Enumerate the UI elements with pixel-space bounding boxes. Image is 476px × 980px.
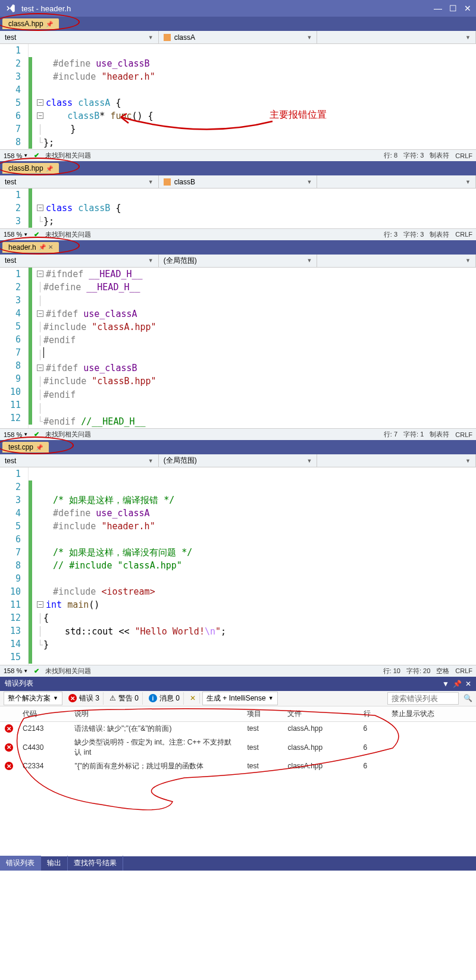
editor-header[interactable]: 123456789101112 −#ifndef __HEAD_H__ │#de… bbox=[0, 268, 476, 429]
member-combo[interactable]: ▼ bbox=[317, 31, 476, 43]
col-code[interactable]: 代码 bbox=[18, 706, 70, 722]
title-bar: test - header.h — ☐ ✕ bbox=[0, 0, 476, 17]
col-project[interactable]: 项目 bbox=[242, 706, 283, 722]
dropdown-icon[interactable]: ▼ bbox=[442, 680, 449, 688]
clear-filter[interactable]: ✕ bbox=[186, 693, 200, 703]
table-row[interactable]: ✕ C2334 "{"的前面有意外标记；跳过明显的函数体 test classA… bbox=[0, 759, 476, 773]
fold-icon[interactable]: − bbox=[37, 99, 43, 106]
scope-filter[interactable]: 整个解决方案 ▼ bbox=[4, 692, 62, 705]
error-project: test bbox=[242, 721, 283, 736]
col-file[interactable]: 文件 bbox=[283, 706, 358, 722]
line-gutter: 123456789101112 bbox=[0, 268, 29, 429]
tab-header[interactable]: header.h 📌 ✕ bbox=[2, 242, 59, 253]
error-icon: ✕ bbox=[68, 694, 77, 702]
error-code: C2143 bbox=[18, 721, 70, 736]
check-icon: ✔ bbox=[34, 231, 39, 238]
tab-error-list[interactable]: 错误列表 bbox=[0, 856, 41, 871]
zoom-combo[interactable]: 158 %▼ bbox=[4, 231, 28, 238]
bottom-tabs: 错误列表 输出 查找符号结果 bbox=[0, 856, 476, 871]
tab-row-classb: classB.hpp 📌 bbox=[0, 161, 476, 175]
fold-icon[interactable]: − bbox=[37, 310, 43, 317]
table-row[interactable]: ✕ C2143 语法错误: 缺少";"(在"&"的前面) test classA… bbox=[0, 721, 476, 736]
tab-classb[interactable]: classB.hpp 📌 bbox=[2, 163, 59, 174]
zoom-combo[interactable]: 158 %▼ bbox=[4, 152, 28, 159]
tab-row-header: header.h 📌 ✕ bbox=[0, 240, 476, 255]
col-line[interactable]: 行 bbox=[359, 706, 387, 722]
code-area[interactable]: #define use_classB #include "header.h" −… bbox=[35, 44, 476, 149]
class-icon bbox=[164, 34, 171, 41]
scope-combo[interactable]: (全局范围)▼ bbox=[159, 255, 318, 267]
close-icon[interactable]: ✕ bbox=[465, 680, 471, 688]
project-combo[interactable]: test▼ bbox=[0, 454, 159, 467]
project-combo[interactable]: test▼ bbox=[0, 255, 159, 267]
member-combo[interactable]: ▼ bbox=[317, 175, 476, 188]
tab-output[interactable]: 输出 bbox=[41, 856, 68, 871]
code-area[interactable]: −class classB { └}; bbox=[35, 189, 476, 228]
pin-icon[interactable]: 📌 bbox=[453, 680, 462, 688]
class-icon bbox=[164, 178, 171, 186]
tab-classa[interactable]: classA.hpp 📌 bbox=[2, 18, 59, 29]
col-suppress[interactable]: 禁止显示状态 bbox=[387, 706, 476, 722]
editor-classa[interactable]: 12345678 #define use_classB #include "he… bbox=[0, 44, 476, 149]
zoom-combo[interactable]: 158 %▼ bbox=[4, 667, 28, 674]
table-row[interactable]: ✕ C4430 缺少类型说明符 - 假定为 int。注意: C++ 不支持默认 … bbox=[0, 736, 476, 759]
nav-bar: test▼ classB▼ ▼ bbox=[0, 175, 476, 189]
close-tab-icon[interactable]: ✕ bbox=[48, 244, 53, 250]
error-line: 6 bbox=[359, 759, 387, 773]
search-icon[interactable]: 🔍 bbox=[464, 694, 472, 702]
editor-classb[interactable]: 123 −class classB { └}; bbox=[0, 189, 476, 228]
check-icon: ✔ bbox=[34, 431, 39, 438]
line-gutter: 123 bbox=[0, 189, 29, 228]
minimize-icon[interactable]: — bbox=[434, 4, 442, 13]
member-combo[interactable]: ▼ bbox=[317, 454, 476, 467]
zoom-combo[interactable]: 158 %▼ bbox=[4, 431, 28, 438]
scope-combo[interactable]: classB▼ bbox=[159, 175, 318, 188]
filter-icon: ✕ bbox=[190, 694, 196, 702]
scope-combo[interactable]: (全局范围)▼ bbox=[159, 454, 318, 467]
error-project: test bbox=[242, 759, 283, 773]
window-title: test - header.h bbox=[21, 4, 434, 13]
status-bar: 158 %▼ ✔ 未找到相关问题 行: 10 字符: 20 空格 CRLF bbox=[0, 665, 476, 677]
warnings-filter[interactable]: ⚠警告 0 bbox=[106, 692, 143, 705]
errors-filter[interactable]: ✕错误 3 bbox=[65, 692, 104, 705]
warning-icon: ⚠ bbox=[109, 694, 116, 702]
close-icon[interactable]: ✕ bbox=[464, 4, 471, 13]
check-icon: ✔ bbox=[34, 667, 39, 675]
error-code: C4430 bbox=[18, 736, 70, 759]
fold-icon[interactable]: − bbox=[37, 205, 43, 211]
pin-icon[interactable]: 📌 bbox=[46, 21, 53, 27]
pin-icon[interactable]: 📌 bbox=[36, 444, 43, 451]
messages-filter[interactable]: i消息 0 bbox=[145, 692, 184, 705]
search-input[interactable] bbox=[387, 692, 459, 705]
source-filter[interactable]: 生成 + IntelliSense ▼ bbox=[202, 692, 278, 705]
pin-icon[interactable]: 📌 bbox=[46, 165, 53, 172]
status-bar: 158 %▼ ✔ 未找到相关问题 行: 8 字符: 3 制表符 CRLF bbox=[0, 149, 476, 161]
info-icon: i bbox=[149, 694, 157, 702]
fold-icon[interactable]: − bbox=[37, 271, 43, 277]
error-project: test bbox=[242, 736, 283, 759]
scope-combo[interactable]: classA▼ bbox=[159, 31, 318, 43]
error-desc: 语法错误: 缺少";"(在"&"的前面) bbox=[70, 721, 242, 736]
tab-row-testcpp: test.cpp 📌 bbox=[0, 440, 476, 454]
tab-testcpp[interactable]: test.cpp 📌 bbox=[2, 442, 49, 453]
pin-icon[interactable]: 📌 bbox=[39, 244, 46, 250]
member-combo[interactable]: ▼ bbox=[317, 255, 476, 267]
tab-find-symbols[interactable]: 查找符号结果 bbox=[68, 856, 123, 871]
maximize-icon[interactable]: ☐ bbox=[449, 4, 457, 13]
error-desc: "{"的前面有意外标记；跳过明显的函数体 bbox=[70, 759, 242, 773]
code-area[interactable]: /* 如果是这样，编译报错 */ #define use_classA #inc… bbox=[35, 467, 476, 665]
project-combo[interactable]: test▼ bbox=[0, 175, 159, 188]
editor-testcpp[interactable]: 123456789101112131415 /* 如果是这样，编译报错 */ #… bbox=[0, 467, 476, 665]
fold-icon[interactable]: − bbox=[37, 112, 43, 119]
fold-icon[interactable]: − bbox=[37, 601, 43, 608]
status-bar: 158 %▼ ✔ 未找到相关问题 行: 3 字符: 3 制表符 CRLF bbox=[0, 228, 476, 240]
project-combo[interactable]: test▼ bbox=[0, 31, 159, 43]
error-icon: ✕ bbox=[5, 743, 13, 752]
fold-icon[interactable]: − bbox=[37, 365, 43, 371]
table-header-row: 代码 说明 项目 文件 行 禁止显示状态 bbox=[0, 706, 476, 722]
tab-row-classa: classA.hpp 📌 bbox=[0, 17, 476, 31]
check-icon: ✔ bbox=[34, 152, 39, 159]
line-gutter: 12345678 bbox=[0, 44, 29, 149]
code-area[interactable]: −#ifndef __HEAD_H__ │#define __HEAD_H__ … bbox=[35, 268, 476, 429]
col-desc[interactable]: 说明 bbox=[70, 706, 242, 722]
